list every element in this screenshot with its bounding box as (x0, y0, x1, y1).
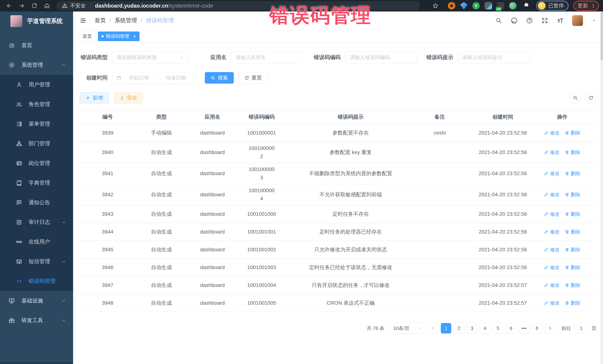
goto-page-input[interactable] (574, 323, 589, 333)
bookmark-star-icon[interactable] (430, 1, 441, 11)
delete-link[interactable]: 删除 (565, 300, 580, 306)
error-type-select[interactable]: 请选择错误码类型 (112, 52, 188, 63)
sidebar-item-sms[interactable]: 短信管理 (0, 252, 73, 271)
edit-link[interactable]: 修改 (544, 130, 560, 136)
tab-error-code[interactable]: 错误码管理 × (98, 32, 139, 41)
edit-link[interactable]: 修改 (544, 211, 560, 217)
add-button[interactable]: 新增 (80, 92, 109, 103)
menu-list-icon (16, 121, 23, 127)
sidebar-item-roles[interactable]: 角色管理 (0, 95, 73, 114)
sidebar-item-posts[interactable]: 岗位管理 (0, 154, 73, 173)
sidebar-item-dictionary[interactable]: 字典管理 (0, 173, 73, 193)
page-button-4[interactable]: 4 (480, 323, 490, 333)
edit-link[interactable]: 修改 (544, 149, 560, 156)
delete-link[interactable]: 删除 (565, 149, 580, 156)
edit-link[interactable]: 修改 (544, 229, 560, 235)
delete-link[interactable]: 删除 (565, 130, 580, 136)
delete-link[interactable]: 删除 (565, 170, 580, 177)
tab-home[interactable]: 首页 (79, 32, 95, 41)
date-end-placeholder: 结束日期 (162, 75, 190, 81)
github-icon[interactable] (510, 17, 518, 24)
sidebar-item-online-users[interactable]: 在线用户 (0, 232, 73, 252)
user-avatar[interactable] (572, 15, 583, 26)
page-button-3[interactable]: 3 (467, 323, 477, 333)
forward-icon[interactable] (17, 1, 27, 11)
cell-code: 1001000001 (237, 129, 286, 137)
header-search-icon[interactable] (495, 17, 502, 24)
hamburger-icon[interactable] (80, 17, 87, 24)
scrollbar-thumb[interactable] (601, 12, 603, 60)
page-scrollbar[interactable] (600, 11, 603, 364)
select-placeholder: 请选择错误码类型 (117, 54, 157, 61)
extension-icon-squares[interactable] (485, 2, 492, 10)
search-button[interactable]: 搜索 (205, 72, 234, 84)
edit-link[interactable]: 修改 (544, 300, 560, 306)
edit-link-label: 修改 (550, 211, 560, 217)
back-icon[interactable] (4, 1, 14, 11)
kebab-menu-icon[interactable] (591, 3, 596, 8)
font-size-icon[interactable] (557, 17, 564, 24)
sidebar-item-home[interactable]: 首页 (0, 36, 73, 55)
reload-icon[interactable] (29, 1, 39, 11)
next-page-button[interactable] (545, 323, 555, 333)
page-button-8[interactable]: 8 (532, 323, 542, 333)
sidebar-item-label: 错误码管理 (29, 277, 56, 285)
page-button-5[interactable]: 5 (493, 323, 503, 333)
page-button-2[interactable]: 2 (454, 323, 464, 333)
delete-link[interactable]: 删除 (565, 282, 580, 288)
sidebar-item-menus[interactable]: 菜单管理 (0, 114, 73, 134)
error-code-input[interactable] (345, 52, 417, 63)
reset-button-label: 重置 (251, 74, 262, 81)
extension-icon-key[interactable] (509, 2, 517, 10)
app-name-input[interactable] (231, 52, 303, 63)
page-title-annotation: 错误码管理 (269, 2, 371, 29)
sidebar-item-dev-tools[interactable]: 研发工具 (0, 311, 73, 330)
more-pages-button[interactable]: ••• (519, 323, 529, 333)
extension-icon-gem[interactable] (460, 2, 468, 10)
delete-link[interactable]: 删除 (565, 191, 580, 198)
security-label: 不安全 (70, 2, 86, 9)
browser-update-button[interactable]: 更新 (573, 1, 599, 11)
page-button-1[interactable]: 1 (441, 323, 451, 333)
edit-link[interactable]: 修改 (544, 246, 560, 253)
caret-down-icon[interactable] (591, 18, 596, 23)
page-size-select[interactable]: 10条/页 (390, 323, 425, 334)
help-icon[interactable] (526, 17, 533, 24)
edit-link[interactable]: 修改 (544, 264, 560, 271)
search-button-label: 搜索 (218, 74, 228, 81)
extension-icon-v[interactable]: V (472, 2, 480, 10)
edit-link[interactable]: 修改 (544, 191, 560, 198)
prev-page-button[interactable] (428, 323, 438, 333)
sidebar-item-departments[interactable]: 部门管理 (0, 134, 73, 154)
page-button-6[interactable]: 6 (506, 323, 516, 333)
toggle-search-button[interactable] (570, 92, 581, 103)
browser-profile-badge[interactable]: 已暂停 (536, 1, 568, 11)
extensions-puzzle-icon[interactable] (521, 1, 531, 11)
edit-link[interactable]: 修改 (544, 282, 560, 288)
sidebar-item-error-code[interactable]: 错误码管理 (0, 271, 73, 291)
sidebar-item-notices[interactable]: 通知公告 (0, 193, 73, 212)
reset-button[interactable]: 重置 (239, 72, 267, 84)
edit-link[interactable]: 修改 (544, 170, 560, 177)
date-range-picker[interactable]: 开始日期 - 结束日期 (112, 72, 194, 84)
delete-link[interactable]: 删除 (565, 246, 580, 253)
delete-link[interactable]: 删除 (565, 229, 580, 235)
export-button[interactable]: 导出 (114, 92, 143, 103)
home-icon[interactable] (42, 1, 52, 11)
error-hint-input[interactable] (458, 52, 530, 63)
sidebar-item-system[interactable]: 系统管理 (0, 55, 73, 75)
sidebar-item-infrastructure[interactable]: 基础设施 (0, 291, 73, 311)
cell-hint: 只有开启状态的任务，才可以修改 (286, 282, 416, 289)
fullscreen-icon[interactable] (541, 17, 548, 24)
cell-type: 自动生成 (135, 149, 187, 156)
refresh-table-button[interactable] (586, 92, 596, 103)
extension-icon-tabs[interactable]: on (497, 2, 504, 10)
delete-link[interactable]: 删除 (565, 264, 580, 271)
breadcrumb-home[interactable]: 首页 (95, 17, 106, 24)
sidebar-item-audit-log[interactable]: 审计日志 (0, 212, 73, 232)
delete-link[interactable]: 删除 (565, 211, 580, 217)
extension-icon-orange[interactable] (448, 2, 455, 10)
close-icon[interactable]: × (133, 34, 136, 39)
breadcrumb-system[interactable]: 系统管理 (115, 17, 137, 24)
sidebar-item-users[interactable]: 用户管理 (0, 75, 73, 95)
